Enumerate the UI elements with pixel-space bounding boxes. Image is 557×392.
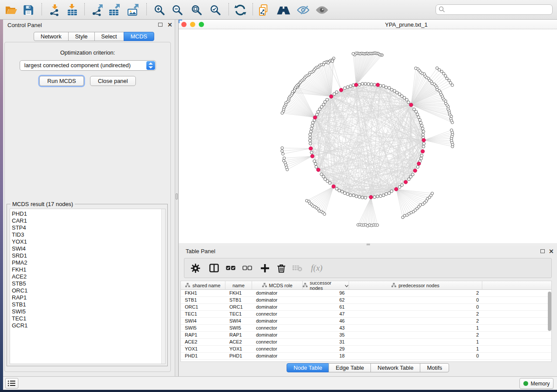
cell-MCDS-role[interactable]: dominator: [252, 353, 303, 359]
panel-splitter[interactable]: [175, 20, 179, 376]
table-row[interactable]: ACE2ACE2connector311: [181, 339, 551, 346]
split-columns-button[interactable]: [208, 262, 220, 274]
cell-shared-name[interactable]: FKH1: [181, 290, 225, 296]
function-builder-button[interactable]: f(x): [307, 262, 326, 274]
cell-shared-name[interactable]: YOX1: [181, 346, 225, 352]
mcds-result-item[interactable]: SWI5: [10, 308, 165, 315]
column-header-predecessor-nodes[interactable]: predecessor nodes: [349, 281, 482, 290]
clone-network-button[interactable]: [256, 3, 271, 17]
cell-name[interactable]: ACE2: [225, 339, 252, 345]
cell-successor-nodes[interactable]: 18: [303, 353, 349, 359]
cell-MCDS-role[interactable]: connector: [252, 346, 303, 352]
cell-successor-nodes[interactable]: 46: [303, 318, 349, 324]
cell-shared-name[interactable]: STB1: [181, 297, 225, 303]
cell-successor-nodes[interactable]: 31: [303, 339, 349, 345]
float-table-panel-icon[interactable]: [540, 249, 545, 253]
cell-successor-nodes[interactable]: 62: [303, 297, 349, 303]
table-row[interactable]: TEC1TEC1connector472: [181, 311, 551, 318]
table-tab-edge-table[interactable]: Edge Table: [329, 363, 371, 372]
cell-predecessor-nodes[interactable]: 1: [349, 339, 482, 345]
mcds-result-item[interactable]: SRD1: [10, 252, 165, 259]
tab-select[interactable]: Select: [94, 32, 124, 41]
cell-MCDS-role[interactable]: connector: [252, 311, 303, 317]
cell-MCDS-role[interactable]: dominator: [252, 290, 303, 296]
table-splitter-handle[interactable]: [367, 244, 370, 245]
cell-successor-nodes[interactable]: 29: [303, 346, 349, 352]
import-network-button[interactable]: [47, 3, 62, 17]
cell-predecessor-nodes[interactable]: 0: [349, 353, 482, 359]
list-scrollbar[interactable]: [161, 209, 165, 364]
save-session-button[interactable]: [21, 3, 36, 17]
cell-shared-name[interactable]: RAP1: [181, 332, 225, 338]
search-input[interactable]: [436, 4, 553, 15]
mcds-result-item[interactable]: TEC1: [10, 315, 165, 322]
import-table-button[interactable]: [65, 3, 80, 17]
cell-MCDS-role[interactable]: connector: [252, 339, 303, 345]
cell-predecessor-nodes[interactable]: 2: [349, 318, 482, 324]
cell-shared-name[interactable]: SWI5: [181, 325, 225, 331]
refresh-view-button[interactable]: [233, 3, 248, 17]
add-column-button[interactable]: [259, 262, 270, 274]
mcds-result-item[interactable]: STB1: [10, 301, 165, 308]
mcds-result-item[interactable]: PHD1: [10, 209, 165, 217]
mcds-result-list[interactable]: PHD1CAR1STP4TID3YOX1SWI4SRD1PMA2FKH1ACE2…: [10, 209, 166, 364]
cell-shared-name[interactable]: ORC1: [181, 304, 225, 310]
table-tab-node-table[interactable]: Node Table: [287, 363, 329, 372]
zoom-fit-button[interactable]: [189, 3, 204, 17]
splitter-handle[interactable]: [176, 193, 178, 199]
cell-MCDS-role[interactable]: connector: [252, 325, 303, 331]
cell-MCDS-role[interactable]: dominator: [252, 297, 303, 303]
delete-column-button[interactable]: [276, 262, 287, 274]
cell-predecessor-nodes[interactable]: 2: [349, 311, 482, 317]
zoom-selected-button[interactable]: [208, 3, 223, 17]
column-header-name[interactable]: name: [225, 281, 252, 290]
cell-predecessor-nodes[interactable]: 0: [349, 304, 482, 310]
select-all-columns-button[interactable]: [225, 262, 236, 274]
hide-selected-button[interactable]: [296, 3, 311, 17]
tab-mcds[interactable]: MCDS: [124, 32, 154, 41]
cell-name[interactable]: TEC1: [225, 311, 252, 317]
table-row[interactable]: YOX1YOX1connector291: [181, 346, 551, 353]
cell-successor-nodes[interactable]: 35: [303, 332, 349, 338]
close-panel-button[interactable]: Close panel: [90, 76, 136, 86]
window-close-icon[interactable]: [181, 22, 187, 27]
network-graph[interactable]: [179, 29, 557, 243]
column-header-shared-name[interactable]: shared name: [181, 281, 225, 290]
mcds-result-item[interactable]: GCR1: [10, 322, 165, 329]
mcds-result-item[interactable]: PMA2: [10, 259, 165, 266]
zoom-out-button[interactable]: [170, 3, 185, 17]
table-settings-button[interactable]: [190, 262, 201, 274]
cell-name[interactable]: ORC1: [225, 304, 252, 310]
cell-successor-nodes[interactable]: 43: [303, 325, 349, 331]
export-network-button[interactable]: [90, 3, 104, 17]
delete-table-button[interactable]: [291, 262, 303, 274]
cell-name[interactable]: YOX1: [225, 346, 252, 352]
mcds-result-item[interactable]: FKH1: [10, 266, 165, 273]
cell-successor-nodes[interactable]: 61: [303, 304, 349, 310]
cell-name[interactable]: SWI5: [225, 325, 252, 331]
cell-name[interactable]: PHD1: [225, 353, 252, 359]
cell-name[interactable]: FKH1: [225, 290, 252, 296]
cell-MCDS-role[interactable]: dominator: [252, 304, 303, 310]
table-tab-motifs[interactable]: Motifs: [420, 363, 449, 372]
table-row[interactable]: FKH1FKH1dominator962: [181, 290, 551, 297]
open-session-button[interactable]: [3, 3, 18, 17]
cell-shared-name[interactable]: SWI4: [181, 318, 225, 324]
export-image-button[interactable]: [126, 3, 141, 17]
cell-MCDS-role[interactable]: dominator: [252, 318, 303, 324]
mcds-result-item[interactable]: STB5: [10, 280, 165, 287]
window-minimize-icon[interactable]: [190, 22, 195, 27]
cell-shared-name[interactable]: TEC1: [181, 311, 225, 317]
table-row[interactable]: SWI5SWI5connector431: [181, 325, 551, 332]
mcds-result-item[interactable]: SWI4: [10, 245, 165, 252]
mcds-result-item[interactable]: RAP1: [10, 294, 165, 301]
network-window-titlebar[interactable]: YPA_prune.txt_1: [179, 20, 557, 29]
mcds-result-item[interactable]: YOX1: [10, 238, 165, 245]
mcds-result-item[interactable]: TID3: [10, 231, 165, 238]
task-history-button[interactable]: [5, 378, 18, 389]
table-row[interactable]: SWI4SWI4dominator462: [181, 318, 551, 325]
unselect-all-columns-button[interactable]: [242, 262, 253, 274]
table-row[interactable]: PHD1PHD1dominator180: [181, 353, 551, 360]
cell-name[interactable]: STB1: [225, 297, 252, 303]
mcds-result-item[interactable]: ACE2: [10, 273, 165, 280]
